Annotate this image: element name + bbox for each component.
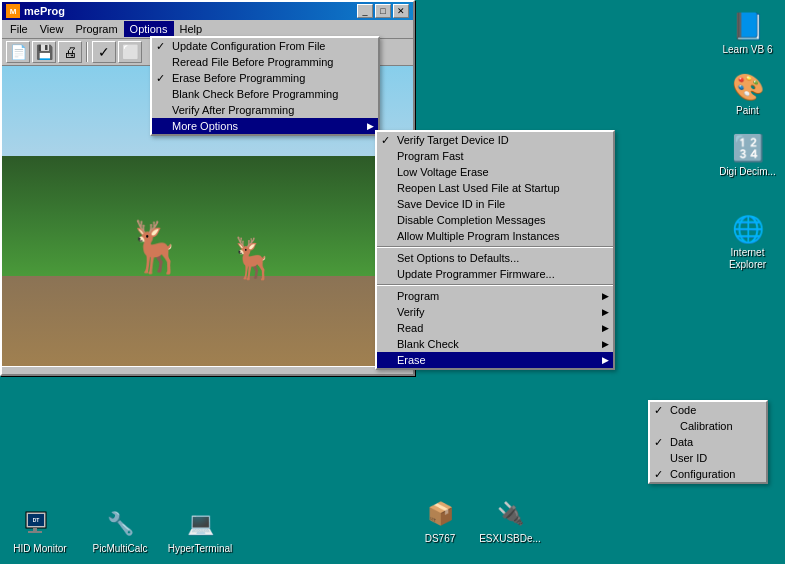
- title-controls: _ □ ✕: [357, 4, 409, 18]
- ie-image: 🌐: [732, 213, 764, 245]
- update-config-item[interactable]: Update Configuration From File: [152, 38, 378, 54]
- hyper-terminal-label: HyperTerminal: [168, 543, 232, 554]
- desktop-icons-right: 📘 Learn VB 6 🎨 Paint 🔢 Digi Decim... 🌐 I…: [715, 10, 780, 271]
- erase-userid-item[interactable]: User ID: [650, 450, 766, 466]
- program-fast-item[interactable]: Program Fast: [377, 148, 613, 164]
- more-options-submenu: Verify Target Device ID Program Fast Low…: [375, 130, 615, 370]
- digi-decim-label: Digi Decim...: [719, 166, 776, 178]
- svg-text:DT: DT: [33, 517, 40, 523]
- pic-calc-image: 🔧: [104, 508, 136, 540]
- erase-before-item[interactable]: Erase Before Programming: [152, 70, 378, 86]
- reopen-last-item[interactable]: Reopen Last Used File at Startup: [377, 180, 613, 196]
- esxusbde-image: 🔌: [494, 498, 526, 530]
- internet-explorer-icon[interactable]: 🌐 Internet Explorer: [715, 213, 780, 271]
- low-voltage-item[interactable]: Low Voltage Erase: [377, 164, 613, 180]
- blank-check-sub-item[interactable]: Blank Check: [377, 336, 613, 352]
- print-button[interactable]: 🖨: [58, 41, 82, 63]
- window-taskbar: [2, 366, 413, 374]
- hyper-terminal-image: 💻: [184, 508, 216, 540]
- minimize-button[interactable]: _: [357, 4, 373, 18]
- hid-monitor-image: DT: [24, 508, 56, 540]
- set-defaults-item[interactable]: Set Options to Defaults...: [377, 250, 613, 266]
- hid-monitor-icon[interactable]: DT HID Monitor: [10, 508, 70, 554]
- erase-calibration-item[interactable]: Calibration: [650, 418, 766, 434]
- disable-completion-item[interactable]: Disable Completion Messages: [377, 212, 613, 228]
- esxusbde-label: ESXUSBDe...: [479, 533, 541, 544]
- ie-label: Internet Explorer: [715, 247, 780, 271]
- paint-icon[interactable]: 🎨 Paint: [715, 71, 780, 117]
- ds767-icon[interactable]: 📦 DS767: [410, 498, 470, 544]
- ie-spacer: 🌐 Internet Explorer: [715, 213, 780, 271]
- save-button[interactable]: 💾: [32, 41, 56, 63]
- save-device-id-item[interactable]: Save Device ID in File: [377, 196, 613, 212]
- desktop: M meProg _ □ ✕ File View Program Options…: [0, 0, 785, 564]
- paint-label: Paint: [736, 105, 759, 117]
- maximize-button[interactable]: □: [375, 4, 391, 18]
- erase-sub-item[interactable]: Erase: [377, 352, 613, 368]
- erase-configuration-item[interactable]: Configuration: [650, 466, 766, 482]
- window-title: meProg: [24, 5, 65, 17]
- erase-submenu: Code Calibration Data User ID Configurat…: [648, 400, 768, 484]
- update-firmware-item[interactable]: Update Programmer Firmware...: [377, 266, 613, 282]
- hid-monitor-label: HID Monitor: [13, 543, 66, 554]
- close-button[interactable]: ✕: [393, 4, 409, 18]
- read-sub-item[interactable]: Read: [377, 320, 613, 336]
- svg-rect-3: [33, 528, 37, 531]
- menu-view[interactable]: View: [34, 21, 70, 37]
- new-button[interactable]: 📄: [6, 41, 30, 63]
- menu-options[interactable]: Options: [124, 21, 174, 37]
- title-bar-left: M meProg: [6, 4, 65, 18]
- learn-vb6-label: Learn VB 6: [722, 44, 772, 56]
- reread-file-item[interactable]: Reread File Before Programming: [152, 54, 378, 70]
- erase-code-item[interactable]: Code: [650, 402, 766, 418]
- desktop-icons-bottom: DT HID Monitor 🔧 PicMultiCalc 💻 HyperTer…: [10, 508, 230, 554]
- options-dropdown: Update Configuration From File Reread Fi…: [150, 36, 380, 136]
- verify-after-item[interactable]: Verify After Programming: [152, 102, 378, 118]
- verify-sub-item[interactable]: Verify: [377, 304, 613, 320]
- blank-check-item[interactable]: Blank Check Before Programming: [152, 86, 378, 102]
- learn-vb6-icon[interactable]: 📘 Learn VB 6: [715, 10, 780, 56]
- erase-button[interactable]: ⬜: [118, 41, 142, 63]
- check-button[interactable]: ✓: [92, 41, 116, 63]
- menu-program[interactable]: Program: [69, 21, 123, 37]
- separator-1: [377, 246, 613, 248]
- digi-decim-icon[interactable]: 🔢 Digi Decim...: [715, 132, 780, 178]
- digi-decim-image: 🔢: [732, 132, 764, 164]
- hyper-terminal-icon[interactable]: 💻 HyperTerminal: [170, 508, 230, 554]
- program-sub-item[interactable]: Program: [377, 288, 613, 304]
- pic-multi-calc-icon[interactable]: 🔧 PicMultiCalc: [90, 508, 150, 554]
- paint-image: 🎨: [732, 71, 764, 103]
- verify-target-item[interactable]: Verify Target Device ID: [377, 132, 613, 148]
- svg-rect-4: [28, 531, 42, 533]
- app-icon: M: [6, 4, 20, 18]
- title-bar: M meProg _ □ ✕: [2, 2, 413, 20]
- pic-calc-label: PicMultiCalc: [92, 543, 147, 554]
- ds767-label: DS767: [425, 533, 456, 544]
- ds767-image: 📦: [424, 498, 456, 530]
- esxusbde-icon[interactable]: 🔌 ESXUSBDe...: [480, 498, 540, 544]
- more-options-item[interactable]: More Options: [152, 118, 378, 134]
- allow-multiple-item[interactable]: Allow Multiple Program Instances: [377, 228, 613, 244]
- menu-help[interactable]: Help: [174, 21, 209, 37]
- toolbar-separator: [86, 42, 88, 62]
- learn-vb6-image: 📘: [732, 10, 764, 42]
- erase-data-item[interactable]: Data: [650, 434, 766, 450]
- menu-file[interactable]: File: [4, 21, 34, 37]
- separator-2: [377, 284, 613, 286]
